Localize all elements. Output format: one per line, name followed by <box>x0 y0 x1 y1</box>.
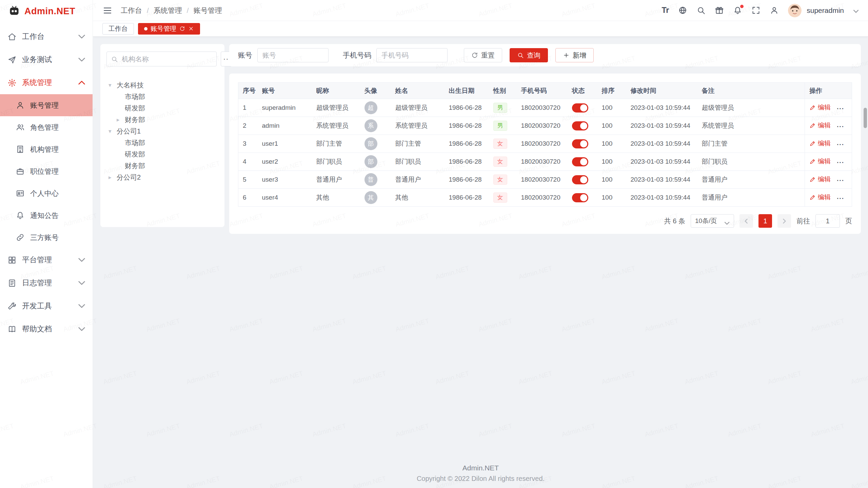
edit-button[interactable]: 编辑 <box>809 121 831 130</box>
fullscreen-icon[interactable] <box>751 6 761 15</box>
row-more-button[interactable]: ··· <box>837 105 844 112</box>
row-more-button[interactable]: ··· <box>837 159 844 166</box>
caret-right-icon[interactable]: ▸ <box>117 116 125 123</box>
edit-button[interactable]: 编辑 <box>809 175 831 184</box>
sidebar-item-third-party-account[interactable]: 三方账号 <box>0 226 93 248</box>
caret-right-icon[interactable]: ▸ <box>108 174 117 181</box>
status-toggle[interactable] <box>572 121 588 130</box>
breadcrumb-item[interactable]: 工作台 <box>121 6 142 15</box>
search-button[interactable]: 查询 <box>510 48 548 62</box>
tree-node[interactable]: ▾大名科技 <box>106 79 218 91</box>
sidebar-item-log-management[interactable]: 日志管理 <box>0 271 93 294</box>
sidebar-item-business-test[interactable]: 业务测试 <box>0 48 93 71</box>
column-header: 修改时间 <box>626 83 697 99</box>
tree-node[interactable]: 研发部 <box>106 148 218 160</box>
tab-账号管理[interactable]: 账号管理 <box>138 23 200 35</box>
tree-node-label: 财务部 <box>125 161 145 170</box>
breadcrumb-item[interactable]: 账号管理 <box>194 6 222 15</box>
cell-sort: 100 <box>597 171 626 189</box>
app-logo[interactable]: Admin.NET <box>0 0 93 22</box>
tree-node[interactable]: ▾分公司1 <box>106 125 218 137</box>
sidebar-item-dev-tools[interactable]: 开发工具 <box>0 294 93 318</box>
add-button[interactable]: 新增 <box>555 48 594 62</box>
status-toggle[interactable] <box>572 175 588 184</box>
row-more-button[interactable]: ··· <box>837 123 844 130</box>
globe-icon[interactable] <box>678 6 687 15</box>
sidebar-item-label: 日志管理 <box>22 278 52 288</box>
search-icon[interactable] <box>696 6 706 15</box>
column-header: 状态 <box>568 83 597 99</box>
caret-down-icon[interactable]: ▾ <box>108 82 117 89</box>
edit-button[interactable]: 编辑 <box>809 139 831 148</box>
username[interactable]: superadmin <box>807 6 844 15</box>
account-input[interactable] <box>257 48 329 62</box>
cell-avatar: 超 <box>360 99 391 117</box>
notification-badge <box>740 5 744 8</box>
cell-index: 2 <box>238 117 258 135</box>
edit-button[interactable]: 编辑 <box>809 103 831 112</box>
cell-status <box>568 153 597 171</box>
next-page-button[interactable] <box>777 214 791 228</box>
org-search-input[interactable] <box>121 55 212 63</box>
cell-gender: 女 <box>489 189 517 207</box>
chevron-down-icon[interactable] <box>853 8 859 13</box>
scrollbar-thumb[interactable] <box>864 108 867 128</box>
sidebar-item-personal-center[interactable]: 个人中心 <box>0 182 93 204</box>
row-more-button[interactable]: ··· <box>837 141 844 148</box>
cell-modified: 2023-01-03 10:59:44 <box>626 99 697 117</box>
column-header: 出生日期 <box>445 83 489 99</box>
chevron-down-icon <box>78 34 85 39</box>
page-size-select[interactable]: 10条/页 <box>691 214 734 228</box>
cell-gender: 男 <box>489 99 517 117</box>
breadcrumb-separator: / <box>147 6 149 15</box>
org-tree: ▾大名科技市场部研发部▸财务部▾分公司1市场部研发部财务部▸分公司2 <box>106 79 218 183</box>
status-toggle[interactable] <box>572 139 588 148</box>
sidebar-item-post-management[interactable]: 职位管理 <box>0 160 93 182</box>
user-avatar[interactable] <box>788 4 802 17</box>
sidebar-item-role-management[interactable]: 角色管理 <box>0 116 93 138</box>
user-outline-icon[interactable] <box>770 6 779 15</box>
edit-button[interactable]: 编辑 <box>809 157 831 166</box>
row-more-button[interactable]: ··· <box>837 195 844 202</box>
menu-collapse-icon[interactable] <box>102 5 113 16</box>
sidebar-item-notice[interactable]: 通知公告 <box>0 204 93 226</box>
tree-node[interactable]: 研发部 <box>106 102 218 114</box>
cell-nickname: 部门主管 <box>312 135 360 153</box>
edit-icon <box>809 194 816 201</box>
reset-button[interactable]: 重置 <box>464 48 502 62</box>
goto-page-input[interactable] <box>815 214 840 228</box>
sidebar-item-help-docs[interactable]: 帮助文档 <box>0 318 93 341</box>
sidebar-item-system-management[interactable]: 系统管理 <box>0 71 93 94</box>
font-size-icon[interactable]: Tr <box>662 6 669 15</box>
tree-node[interactable]: 市场部 <box>106 137 218 148</box>
tab-bar: 工作台账号管理 <box>93 21 868 37</box>
cell-sort: 100 <box>597 117 626 135</box>
phone-input[interactable] <box>376 48 448 62</box>
toggle-knob <box>580 122 587 129</box>
notification-bell-icon[interactable] <box>733 6 742 15</box>
tree-node[interactable]: 市场部 <box>106 91 218 102</box>
sidebar-item-label: 账号管理 <box>30 101 59 110</box>
current-page-button[interactable]: 1 <box>758 214 772 228</box>
status-toggle[interactable] <box>572 193 588 202</box>
tree-node[interactable]: ▸分公司2 <box>106 171 218 183</box>
sidebar-item-account-management[interactable]: 账号管理 <box>0 94 93 116</box>
cell-remark: 超级管理员 <box>697 99 805 117</box>
tree-node-label: 分公司1 <box>117 127 141 136</box>
tree-node[interactable]: ▸财务部 <box>106 114 218 125</box>
status-toggle[interactable] <box>572 103 588 113</box>
prev-page-button[interactable] <box>739 214 753 228</box>
caret-down-icon[interactable]: ▾ <box>108 128 117 135</box>
tab-工作台[interactable]: 工作台 <box>102 23 134 35</box>
edit-button[interactable]: 编辑 <box>809 193 831 202</box>
cell-remark: 部门职员 <box>697 153 805 171</box>
row-more-button[interactable]: ··· <box>837 177 844 184</box>
gift-icon[interactable] <box>715 6 724 15</box>
edit-icon <box>809 140 816 147</box>
breadcrumb-item[interactable]: 系统管理 <box>154 6 182 15</box>
sidebar-item-platform-management[interactable]: 平台管理 <box>0 248 93 271</box>
tree-node[interactable]: 财务部 <box>106 160 218 171</box>
sidebar-item-org-management[interactable]: 机构管理 <box>0 138 93 160</box>
sidebar-item-workbench[interactable]: 工作台 <box>0 25 93 48</box>
status-toggle[interactable] <box>572 157 588 166</box>
